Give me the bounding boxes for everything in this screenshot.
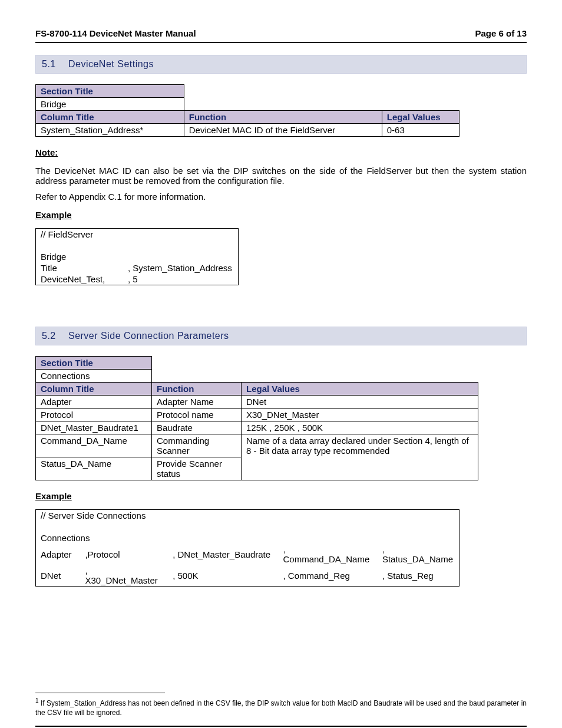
header-right: Page 6 of 13 [475,28,527,38]
td: DNet_Master_Baudrate1 [36,421,152,434]
td: Adapter [36,396,152,409]
example-5-1: // FieldServer Bridge Title , System_Sta… [35,228,239,285]
td: System_Station_Address* [36,124,184,137]
ex-cell: , X30_DNet_Master [80,565,168,587]
blank-cell [184,85,459,98]
ex-cell: , 500K [168,565,278,587]
td: Command_DA_Name [36,434,152,457]
blank-cell [152,370,478,383]
td: DeviceNet MAC ID of the FieldServer [184,124,382,137]
ex-cell: DNet [36,565,81,587]
td: Name of a data array declared under Sect… [242,434,478,480]
th-legal-values: Legal Values [242,383,478,396]
header-left: FS-8700-114 DeviceNet Master Manual [35,28,196,38]
td: Protocol name [152,409,242,421]
section-number: 5.1 [42,59,65,70]
ex-cell: , Command_Reg [279,565,378,587]
ex-cell: DeviceNet_Test, [36,274,124,285]
blank-cell [184,98,459,111]
section-title: Server Side Connection Parameters [68,331,229,341]
table-5-1: Section Title Bridge Column Title Functi… [35,84,459,137]
section-heading-5-1: 5.1 DeviceNet Settings [35,55,527,74]
td: Connections [36,370,152,383]
ex-line: Connections [36,532,459,543]
section-title: DeviceNet Settings [68,59,154,69]
ex-line: // FieldServer [36,229,239,241]
th-section-title: Section Title [36,85,184,98]
example-label: Example [35,210,527,220]
th-legal-values: Legal Values [382,111,459,124]
td: Provide Scanner status [152,457,242,480]
td: DNet [242,396,478,409]
example-5-2: // Server Side Connections Connections A… [35,509,459,587]
th-function: Function [184,111,382,124]
ex-cell: , 5 [123,274,238,285]
td: 125K , 250K , 500K [242,421,478,434]
ex-line: Bridge [36,251,239,262]
ex-blank [36,521,459,532]
example-label: Example [35,491,527,501]
footer-rule [35,726,527,727]
ex-cell: , Status_DA_Name [378,543,459,565]
ex-cell: , DNet_Master_Baudrate [168,543,278,565]
note-label: Note: [35,147,527,157]
td: Status_DA_Name [36,457,152,480]
td: Bridge [36,98,184,111]
td: 0-63 [382,124,459,137]
ex-cell: Adapter [36,543,81,565]
ex-cell: , Command_DA_Name [279,543,378,565]
th-column-title: Column Title [36,383,152,396]
section-heading-5-2: 5.2 Server Side Connection Parameters [35,327,527,345]
ex-cell: ,Protocol [80,543,168,565]
ex-blank [36,240,239,251]
th-section-title: Section Title [36,357,152,370]
ex-cell: , System_Station_Address [123,262,238,274]
footnote: 1 If System_Station_Address has not been… [35,697,527,717]
td: Commanding Scanner [152,434,242,457]
ex-cell: , Status_Reg [378,565,459,587]
ex-cell: Title [36,262,124,274]
note-paragraph-1: The DeviceNet MAC ID can also be set via… [35,166,527,186]
td: Protocol [36,409,152,421]
th-column-title: Column Title [36,111,184,124]
page-header: FS-8700-114 DeviceNet Master Manual Page… [35,28,527,43]
section-number: 5.2 [42,331,65,341]
footnote-text: If System_Station_Address has not been d… [35,699,527,717]
td: Baudrate [152,421,242,434]
th-function: Function [152,383,242,396]
ex-line: // Server Side Connections [36,510,459,522]
td: X30_DNet_Master [242,409,478,421]
footnote-rule [35,693,165,693]
note-paragraph-2: Refer to Appendix C.1 for more informati… [35,192,527,202]
blank-cell [152,357,478,370]
table-5-2: Section Title Connections Column Title F… [35,356,478,480]
td: Adapter Name [152,396,242,409]
